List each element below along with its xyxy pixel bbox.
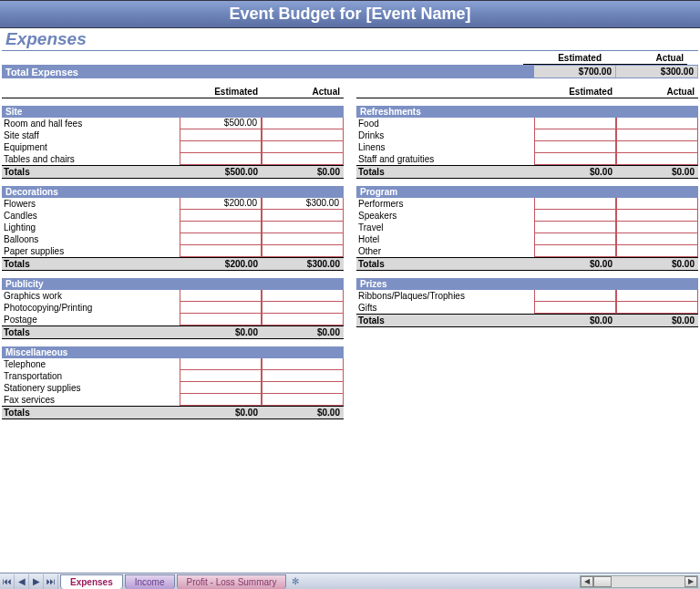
table-row: Speakers — [356, 210, 698, 222]
expense-block: MiscellaneousTelephoneTransportationStat… — [2, 346, 344, 419]
cell-estimated[interactable] — [180, 302, 262, 314]
cell-actual[interactable] — [616, 290, 698, 302]
cell-estimated[interactable] — [534, 129, 616, 141]
cell-estimated[interactable] — [180, 153, 262, 165]
cell-actual[interactable]: $300.00 — [262, 198, 344, 210]
cell-actual[interactable] — [262, 233, 344, 245]
block-title: Refreshments — [356, 106, 698, 118]
cell-estimated[interactable] — [180, 290, 262, 302]
cell-estimated[interactable] — [180, 245, 262, 257]
table-row: Drinks — [356, 129, 698, 141]
tab-nav-next[interactable]: ▶ — [29, 574, 44, 589]
cell-actual[interactable] — [616, 233, 698, 245]
cell-actual[interactable] — [262, 290, 344, 302]
cell-actual[interactable] — [616, 302, 698, 314]
table-row: Flowers$200.00$300.00 — [2, 198, 344, 210]
cell-estimated[interactable] — [180, 382, 262, 394]
cell-actual[interactable] — [616, 141, 698, 153]
totals-estimated: $0.00 — [180, 407, 262, 418]
horizontal-scrollbar[interactable]: ◀ ▶ — [580, 575, 698, 588]
totals-row: Totals$0.00$0.00 — [356, 165, 698, 179]
table-row: Equipment — [2, 141, 344, 153]
cell-estimated[interactable]: $200.00 — [180, 198, 262, 210]
cell-estimated[interactable] — [534, 233, 616, 245]
row-label: Room and hall fees — [2, 118, 180, 129]
cell-actual[interactable] — [262, 210, 344, 222]
totals-row: Totals$500.00$0.00 — [2, 165, 344, 179]
row-label: Food — [356, 118, 534, 129]
tab-nav-prev[interactable]: ◀ — [15, 574, 29, 589]
totals-actual: $0.00 — [262, 166, 344, 178]
cell-actual[interactable] — [262, 358, 344, 370]
cell-estimated[interactable] — [534, 222, 616, 233]
scroll-right-icon[interactable]: ▶ — [685, 576, 697, 587]
cell-actual[interactable] — [262, 245, 344, 257]
tab-nav-first[interactable]: ⏮ — [0, 574, 15, 589]
section-header-expenses: Expenses — [2, 28, 698, 51]
cell-estimated[interactable]: $500.00 — [180, 118, 262, 129]
scroll-left-icon[interactable]: ◀ — [581, 576, 593, 587]
cell-estimated[interactable] — [534, 141, 616, 153]
cell-actual[interactable] — [616, 153, 698, 165]
cell-estimated[interactable] — [180, 370, 262, 382]
cell-actual[interactable] — [262, 302, 344, 314]
cell-actual[interactable] — [616, 210, 698, 222]
cell-actual[interactable] — [262, 382, 344, 394]
cell-estimated[interactable] — [534, 302, 616, 314]
table-row: Transportation — [2, 370, 344, 382]
cell-estimated[interactable] — [180, 222, 262, 233]
cell-estimated[interactable] — [534, 118, 616, 129]
total-expenses-label: Total Expenses — [2, 67, 534, 78]
totals-actual: $0.00 — [616, 315, 698, 326]
totals-estimated: $200.00 — [180, 258, 262, 270]
row-label: Fax services — [2, 394, 180, 406]
cell-actual[interactable] — [262, 129, 344, 141]
cell-estimated[interactable] — [180, 129, 262, 141]
row-label: Candles — [2, 210, 180, 222]
cell-estimated[interactable] — [180, 210, 262, 222]
table-row: Graphics work — [2, 290, 344, 302]
scroll-thumb[interactable] — [593, 576, 612, 587]
cell-estimated[interactable] — [180, 358, 262, 370]
cell-estimated[interactable] — [534, 290, 616, 302]
cell-actual[interactable] — [262, 370, 344, 382]
cell-actual[interactable] — [616, 198, 698, 210]
tab-profit-loss[interactable]: Profit - Loss Summary — [177, 574, 287, 589]
cell-estimated[interactable] — [534, 245, 616, 257]
total-expenses-estimated: $700.00 — [534, 66, 616, 78]
cell-actual[interactable] — [616, 129, 698, 141]
cell-actual[interactable] — [616, 245, 698, 257]
row-label: Stationery supplies — [2, 382, 180, 394]
cell-actual[interactable] — [262, 314, 344, 326]
cell-estimated[interactable] — [180, 233, 262, 245]
row-label: Lighting — [2, 222, 180, 233]
cell-estimated[interactable] — [534, 198, 616, 210]
cell-actual[interactable] — [262, 141, 344, 153]
totals-label: Totals — [2, 326, 180, 338]
tab-expenses[interactable]: Expenses — [60, 574, 123, 589]
tab-income[interactable]: Income — [125, 574, 175, 589]
row-label: Balloons — [2, 233, 180, 245]
tab-nav-last[interactable]: ⏭ — [44, 574, 58, 589]
cell-actual[interactable] — [616, 118, 698, 129]
cell-estimated[interactable] — [534, 210, 616, 222]
row-label: Tables and chairs — [2, 153, 180, 165]
cell-estimated[interactable] — [534, 153, 616, 165]
cell-estimated[interactable] — [180, 394, 262, 406]
table-row: Fax services — [2, 394, 344, 406]
cell-actual[interactable] — [262, 118, 344, 129]
insert-sheet-icon[interactable]: ✻ — [289, 575, 302, 588]
cell-actual[interactable] — [262, 394, 344, 406]
block-title: Program — [356, 186, 698, 198]
expense-block: ProgramPerformersSpeakersTravelHotelOthe… — [356, 186, 698, 271]
cell-estimated[interactable] — [180, 141, 262, 153]
cell-estimated[interactable] — [180, 314, 262, 326]
cell-actual[interactable] — [616, 222, 698, 233]
cell-actual[interactable] — [262, 153, 344, 165]
totals-actual: $0.00 — [262, 326, 344, 338]
table-row: Photocopying/Printing — [2, 302, 344, 314]
cell-actual[interactable] — [262, 222, 344, 233]
table-row: Ribbons/Plaques/Trophies — [356, 290, 698, 302]
totals-row: Totals$0.00$0.00 — [2, 406, 344, 419]
block-title: Miscellaneous — [2, 346, 344, 358]
